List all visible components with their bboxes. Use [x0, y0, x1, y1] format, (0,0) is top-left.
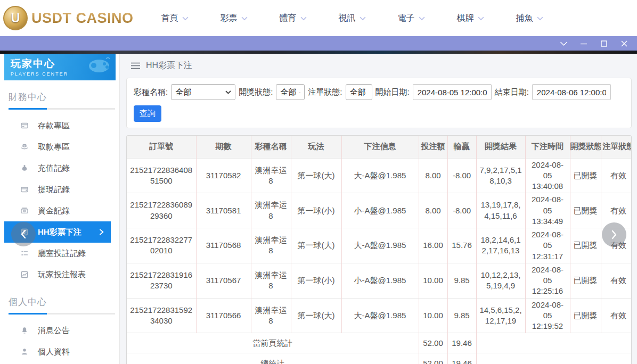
- table-row: 215217228360892936031170581澳洲幸运8第一球(小)小-…: [127, 193, 632, 228]
- bet-records-table: 訂單號期數彩種名稱玩法下注信息投注額輸贏開獎結果下注時間開獎狀態注單狀態 215…: [127, 136, 632, 364]
- end-date-input[interactable]: [532, 84, 611, 100]
- nav-item-electronic[interactable]: 電子: [398, 13, 425, 24]
- table-cell: 已開獎: [570, 158, 601, 193]
- players-center-banner: 玩家中心 PLAYERS CENTER: [4, 54, 116, 80]
- personal-section-title: 個人中心: [9, 296, 119, 308]
- sidebar-item-messages[interactable]: 消息公告: [0, 320, 119, 341]
- table-cell: 大-A盤@1.985: [341, 228, 419, 263]
- draw-status-label: 開獎狀態:: [239, 87, 273, 97]
- column-header: 開獎結果: [476, 136, 525, 158]
- table-cell: 31170582: [196, 158, 251, 193]
- chevron-right-icon: [99, 228, 111, 236]
- table-cell: 2024-08-05 12:31:17: [525, 228, 570, 263]
- sidebar-item-label: 提現記錄: [38, 185, 70, 195]
- main-content: HH彩票下注 彩種名稱: 全部 開獎狀態: 全部 注單狀態:: [120, 54, 637, 364]
- sidebar-item-room-bet-records[interactable]: 廳室投註記錄: [0, 243, 119, 264]
- order-status-select[interactable]: 全部: [346, 84, 372, 100]
- banknote-icon: [20, 206, 29, 215]
- table-cell: 第一球(小): [291, 263, 341, 298]
- sidebar-item-profile[interactable]: 個人資料: [0, 341, 119, 362]
- table-cell: 第一球(大): [291, 158, 341, 193]
- logo[interactable]: U USDT CASINO: [0, 6, 134, 30]
- nav-item-label: 電子: [398, 13, 415, 24]
- nav-item-label: 體育: [280, 13, 297, 24]
- wallet-icon: [20, 185, 29, 194]
- personal-section-underline: [9, 313, 115, 315]
- sidebar-item-label: 存款專區: [38, 121, 70, 131]
- window-close-icon[interactable]: [620, 39, 628, 48]
- nav-item-label: 棋牌: [457, 13, 474, 24]
- clipboard-list-icon: [20, 249, 29, 258]
- lottery-name-select[interactable]: 全部: [171, 84, 235, 100]
- table-cell: 10,12,2,13,5,19,4,9: [476, 263, 525, 298]
- table-cell: 已開獎: [570, 263, 601, 298]
- chevron-down-icon: [419, 13, 425, 23]
- nav-item-sports[interactable]: 體育: [280, 13, 307, 24]
- draw-status-select[interactable]: 全部: [276, 84, 305, 100]
- sidebar-item-label: 取款專區: [38, 142, 70, 152]
- table-cell: 14,5,6,15,2,12,17,19: [476, 298, 525, 333]
- logo-text: USDT CASINO: [31, 10, 134, 27]
- table-cell: 10.00: [419, 263, 447, 298]
- nav-item-home[interactable]: 首頁: [161, 13, 189, 24]
- query-button[interactable]: 查詢: [134, 105, 161, 122]
- summary-label: 總統計: [127, 353, 419, 364]
- table-cell: 9.85: [447, 263, 476, 298]
- table-cell: -8.00: [447, 193, 476, 228]
- table-cell: 已開獎: [570, 193, 601, 228]
- nav-item-label: 視訊: [339, 13, 356, 24]
- finance-menu: 存款專區取款專區充值記錄提現記錄資金記錄HH彩票下注廳室投註記錄玩家投注報表: [0, 112, 119, 285]
- table-cell: 31170567: [196, 263, 251, 298]
- nav-item-chess[interactable]: 棋牌: [457, 13, 484, 24]
- table-cell: 有效: [601, 298, 632, 333]
- personal-menu: 消息公告個人資料修改密碼: [0, 317, 119, 364]
- window-minimize-icon[interactable]: [579, 39, 588, 48]
- column-header: 開獎狀態: [570, 136, 601, 158]
- sidebar-item-player-bet-report[interactable]: 玩家投注報表: [0, 264, 119, 285]
- table-cell: -8.00: [447, 158, 476, 193]
- sidebar-item-withdraw-zone[interactable]: 取款專區: [0, 136, 119, 158]
- column-header: 訂單號: [127, 136, 196, 158]
- table-row: 215217228315923403031170566澳洲幸运8第一球(大)大-…: [127, 298, 632, 333]
- table-cell: 2152172283227702010: [127, 228, 196, 263]
- summary-empty-cell: [476, 353, 632, 364]
- chevron-right-icon: [610, 229, 618, 240]
- table-cell: 第一球(大): [291, 298, 341, 333]
- bet-records-panel: 訂單號期數彩種名稱玩法下注信息投注額輸贏開獎結果下注時間開獎狀態注單狀態 215…: [126, 135, 632, 364]
- draw-status-value: 全部: [280, 87, 296, 97]
- gamepad-icon: [87, 56, 111, 77]
- table-cell: 已開獎: [570, 298, 601, 333]
- menu-toggle-icon[interactable]: [131, 62, 140, 69]
- sidebar: 玩家中心 PLAYERS CENTER 財務中心 存款專區取款專區充值記錄提現記…: [0, 54, 120, 364]
- nav-item-label: 彩票: [220, 13, 238, 24]
- nav-item-lottery[interactable]: 彩票: [220, 13, 248, 24]
- table-cell: 澳洲幸运8: [251, 228, 291, 263]
- nav-item-label: 首頁: [161, 13, 178, 24]
- logo-ball-icon: U: [3, 6, 28, 30]
- window-collapse-icon[interactable]: [559, 39, 568, 48]
- sidebar-collapse-button[interactable]: [11, 222, 36, 246]
- content-scroll-right-button[interactable]: [602, 222, 626, 247]
- table-cell: 澳洲幸运8: [251, 158, 291, 193]
- sidebar-item-recharge-records[interactable]: 充值記錄: [0, 158, 119, 179]
- sidebar-item-label: 個人資料: [38, 347, 70, 357]
- workspace: 玩家中心 PLAYERS CENTER 財務中心 存款專區取款專區充值記錄提現記…: [0, 54, 637, 364]
- table-cell: 7,9,2,17,5,18,10,3: [476, 158, 525, 193]
- window-maximize-icon[interactable]: [600, 39, 608, 48]
- table-row: 215217228364085150031170582澳洲幸运8第一球(大)大-…: [127, 158, 632, 193]
- summary-row: 當前頁統計52.0019.46: [127, 333, 632, 353]
- table-cell: 2024-08-05 12:25:16: [525, 263, 570, 298]
- sidebar-item-deposit-zone[interactable]: 存款專區: [0, 115, 119, 136]
- table-cell: 8.00: [419, 193, 447, 228]
- breadcrumb: HH彩票下注: [126, 54, 632, 78]
- sidebar-item-label: 消息公告: [38, 326, 70, 336]
- table-cell: 有效: [601, 158, 632, 193]
- start-date-input[interactable]: [413, 84, 492, 100]
- finance-section-underline: [9, 108, 115, 110]
- nav-item-fishing[interactable]: 捕魚: [516, 13, 543, 24]
- sidebar-item-funds-records[interactable]: 資金記錄: [0, 200, 119, 221]
- nav-item-video[interactable]: 視訊: [339, 13, 366, 24]
- filter-row: 彩種名稱: 全部 開獎狀態: 全部 注單狀態: 全部 開始: [134, 84, 624, 100]
- table-cell: 18,2,14,6,12,17,16,13: [476, 228, 525, 263]
- sidebar-item-withdrawal-records[interactable]: 提現記錄: [0, 179, 119, 200]
